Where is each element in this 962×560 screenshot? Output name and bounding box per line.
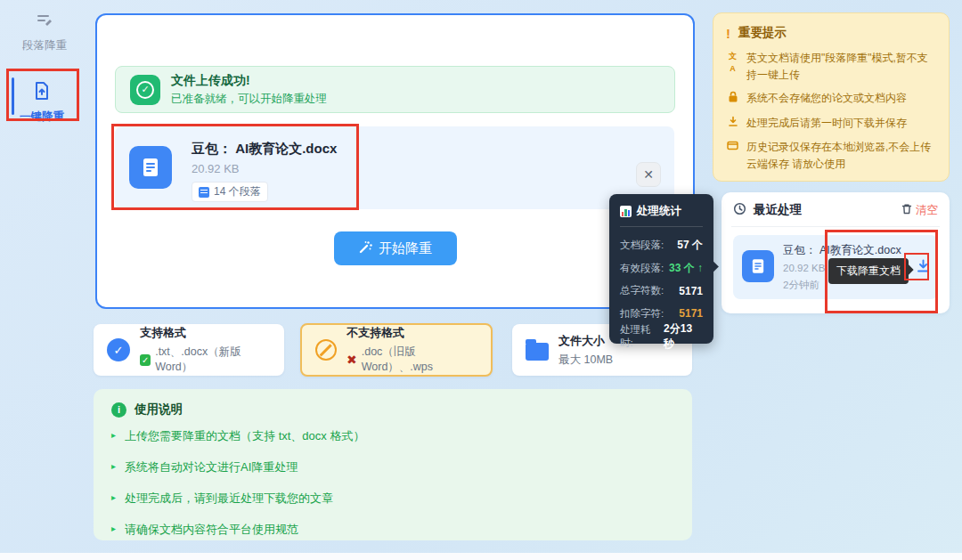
download-tooltip: 下载降重文档 — [828, 258, 909, 284]
check-circle-icon: ✓ — [107, 338, 130, 361]
instructions-title: 使用说明 — [135, 402, 183, 418]
notice-item-text: 系统不会存储您的论文或文档内容 — [746, 90, 907, 108]
document-icon — [742, 250, 774, 282]
notice-title: 重要提示 — [738, 25, 787, 41]
paragraph-edit-icon — [35, 11, 54, 33]
success-check-icon: ✓ — [130, 75, 160, 105]
document-icon — [129, 146, 172, 189]
success-title: 文件上传成功! — [171, 73, 327, 89]
instruction-item: ▸ 请确保文档内容符合平台使用规范 — [111, 522, 674, 538]
sidebar-item-paragraph-dedup[interactable]: 段落降重 — [0, 11, 89, 53]
no-entry-icon — [315, 339, 337, 361]
download-icon — [726, 115, 739, 133]
success-subtitle: 已准备就绪，可以开始降重处理 — [171, 92, 327, 107]
sidebar: 段落降重 一键降重 — [0, 0, 89, 560]
download-icon — [916, 263, 931, 276]
processing-stats-tooltip: 处理统计 文档段落: 57 个 有效段落: 33 个 ↑ 总字符数: 5171 … — [609, 194, 713, 344]
translate-icon: 文A — [726, 50, 739, 83]
recent-panel-title: 最近处理 — [754, 202, 894, 218]
important-notice-panel: ! 重要提示 文A 英文文档请使用"段落降重"模式,暂不支持一键上传 系统不会存… — [713, 12, 950, 182]
recent-file-name: 豆包： AI教育论文.docx — [783, 243, 901, 258]
mini-document-icon — [199, 187, 209, 198]
divider — [731, 226, 940, 227]
green-checkbox-icon: ✓ — [140, 354, 151, 366]
triangle-bullet-icon: ▸ — [111, 522, 116, 533]
history-clock-icon — [733, 202, 746, 218]
clear-history-button[interactable]: 清空 — [901, 203, 938, 218]
card-desc: 最大 10MB — [558, 353, 613, 368]
card-desc: ✓ .txt、.docx（新版Word） — [140, 345, 271, 375]
instruction-item: ▸ 上传您需要降重的文档（支持 txt、docx 格式） — [111, 428, 674, 444]
unsupported-format-card: 不支持格式 ✖ .doc（旧版Word）、.wps — [300, 323, 493, 377]
card-title: 支持格式 — [140, 325, 271, 341]
uploaded-file-card: 豆包： AI教育论文.docx 20.92 KB 14 个段落 ✕ — [115, 126, 674, 209]
sidebar-item-oneclick-dedup[interactable]: 一键降重 — [9, 73, 75, 132]
start-dedup-button[interactable]: 开始降重 — [334, 231, 457, 265]
triangle-bullet-icon: ▸ — [111, 459, 116, 471]
card-desc: ✖ .doc（旧版Word）、.wps — [346, 345, 477, 375]
sidebar-item-label: 段落降重 — [22, 38, 67, 53]
folder-icon — [526, 343, 549, 361]
lock-icon — [726, 90, 739, 108]
file-size: 20.92 KB — [192, 162, 240, 175]
magic-wand-icon — [358, 239, 373, 257]
notice-item-text: 英文文档请使用"段落降重"模式,暂不支持一键上传 — [746, 50, 936, 83]
download-file-button[interactable] — [916, 258, 931, 276]
recent-processing-panel: 最近处理 清空 豆包： AI教育论文.docx 20.92 KB · 已完成 2… — [722, 192, 950, 313]
triangle-bullet-icon: ▸ — [111, 428, 116, 440]
browser-icon — [726, 139, 739, 172]
clear-label: 清空 — [916, 203, 938, 218]
trash-icon — [901, 203, 912, 217]
bottom-edge-strip — [0, 553, 962, 560]
card-title: 文件大小 — [558, 333, 613, 349]
start-button-label: 开始降重 — [379, 240, 432, 257]
upload-success-banner: ✓ 文件上传成功! 已准备就绪，可以开始降重处理 — [115, 66, 675, 113]
stat-row: 有效段落: 33 个 ↑ — [620, 257, 703, 280]
notice-item-text: 历史记录仅保存在本地浏览器,不会上传云端保存 请放心使用 — [746, 139, 936, 172]
card-title: 不支持格式 — [346, 325, 477, 341]
red-x-icon: ✖ — [346, 353, 357, 367]
triangle-bullet-icon: ▸ — [111, 491, 116, 502]
instruction-item: ▸ 系统将自动对论文进行AI降重处理 — [111, 459, 674, 475]
file-upload-icon — [31, 80, 53, 104]
notice-item-text: 处理完成后请第一时间下载并保存 — [746, 115, 907, 133]
stat-row: 文档段落: 57 个 — [620, 234, 703, 257]
exclamation-icon: ! — [726, 26, 730, 41]
stat-row: 处理耗时: 2分13秒 — [620, 325, 703, 348]
paragraph-count-badge: 14 个段落 — [192, 182, 268, 202]
stat-row: 总字符数: 5171 — [620, 280, 703, 303]
instruction-item: ▸ 处理完成后，请到最近处理下载您的文章 — [111, 491, 674, 507]
stats-title: 处理统计 — [637, 204, 681, 219]
bar-chart-icon — [620, 206, 632, 217]
upload-panel: ✓ 文件上传成功! 已准备就绪，可以开始降重处理 豆包： AI教育论文.docx… — [95, 13, 695, 309]
usage-instructions-panel: i 使用说明 ▸ 上传您需要降重的文档（支持 txt、docx 格式） ▸ 系统… — [94, 389, 692, 540]
remove-file-button[interactable]: ✕ — [636, 162, 661, 187]
sidebar-item-label: 一键降重 — [20, 110, 64, 125]
file-name: 豆包： AI教育论文.docx — [192, 141, 337, 158]
info-icon: i — [111, 402, 126, 418]
supported-format-card: ✓ 支持格式 ✓ .txt、.docx（新版Word） — [94, 324, 284, 376]
